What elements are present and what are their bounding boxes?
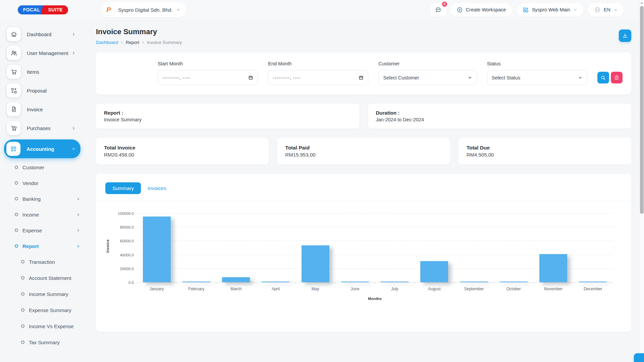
sidebar-item-label: Items [27, 69, 39, 75]
sidebar-item-label: Income [22, 212, 39, 218]
cart-icon [7, 65, 21, 79]
x-tick-label: July [375, 287, 415, 291]
customer-select[interactable]: Select Customer [378, 70, 477, 85]
sidebar-item-user-management[interactable]: User Management [4, 46, 80, 60]
bar-august[interactable] [420, 261, 448, 282]
bar-may[interactable] [302, 245, 329, 282]
report-card-label: Report : [104, 110, 352, 116]
report-card-value: Invoice Summary [104, 117, 352, 122]
tabs-divider [96, 201, 631, 201]
calendar-icon[interactable] [359, 75, 364, 80]
gridline: 0.0 [137, 282, 613, 283]
sidebar-item-proposal[interactable]: Proposal [4, 83, 80, 98]
page-header: Invoice Summary Dashboard›Report›Invoice… [96, 27, 631, 45]
sidebar-item-expense-summary[interactable]: Expense Summary [0, 305, 80, 315]
language-selector[interactable]: EN [588, 3, 624, 17]
bar-october[interactable] [500, 282, 528, 282]
sidebar-item-invoice[interactable]: Invoice [4, 102, 80, 117]
end-month-input[interactable]: ---------, ---- [268, 70, 368, 85]
sidebar-item-banking[interactable]: Banking [0, 194, 80, 204]
bullet-circle-icon [21, 324, 24, 328]
plus-circle-icon [457, 7, 463, 13]
status-select[interactable]: Select Status [487, 70, 587, 85]
workspace-selector[interactable]: P Syspro Digital Sdn. Bhd. [101, 2, 186, 17]
sidebar-item-label: Banking [22, 196, 41, 202]
search-button[interactable] [597, 72, 609, 83]
bar-june[interactable] [341, 282, 369, 282]
app-selector[interactable]: Syspro Web Main [517, 3, 584, 17]
chat-bubble-icon [435, 6, 442, 13]
bar-december[interactable] [579, 282, 607, 282]
reset-button[interactable] [611, 72, 623, 83]
chevron-down-icon [468, 75, 472, 80]
bar-february[interactable] [182, 282, 210, 282]
chevron-right-icon [71, 32, 76, 37]
tab-invoices[interactable]: Invoices [146, 182, 167, 194]
page-title: Invoice Summary [96, 27, 631, 36]
sidebar-item-tax-summary[interactable]: Tax Summary [0, 337, 80, 347]
calendar-icon[interactable] [248, 75, 253, 80]
sidebar-item-label: Expense [22, 228, 42, 233]
y-tick-label: 60000.0 [120, 239, 134, 243]
bar-september[interactable] [460, 282, 488, 282]
sidebar-item-accounting[interactable]: Accounting [4, 139, 80, 158]
sidebar-item-label: Transaction [29, 259, 55, 265]
y-tick-label: 80000.0 [120, 225, 134, 229]
breadcrumb-dashboard[interactable]: Dashboard [96, 40, 118, 45]
sidebar-item-account-statement[interactable]: Account Statement [0, 273, 80, 283]
bar-april[interactable] [262, 282, 289, 282]
sidebar-item-label: Purchases [27, 125, 51, 131]
sidebar-item-items[interactable]: Items [4, 64, 80, 79]
workspace-avatar: P [103, 4, 115, 16]
sidebar-item-label: Account Statement [29, 275, 71, 281]
sidebar-item-purchases[interactable]: Purchases [4, 121, 80, 135]
download-button[interactable] [619, 29, 631, 42]
bullet-circle-icon [15, 181, 18, 185]
sidebar-item-income-summary[interactable]: Income Summary [0, 289, 80, 299]
bar-november[interactable] [539, 254, 567, 282]
status-field: Status Select Status [487, 61, 587, 85]
scrollbar-thumb[interactable] [640, 6, 644, 214]
start-month-label: Start Month [158, 61, 258, 66]
chevron-right-icon [76, 197, 80, 201]
info-cards: Report : Invoice Summary Duration : Jan-… [96, 104, 631, 129]
purchases-cart-icon [7, 121, 21, 135]
scrollbar-up-arrow[interactable]: ▲ [639, 0, 644, 4]
sidebar-item-report[interactable]: Report [0, 241, 80, 251]
sidebar-item-vendor[interactable]: Vendor [0, 178, 80, 188]
bar-march[interactable] [222, 277, 250, 282]
sidebar-item-label: Proposal [27, 88, 47, 94]
sidebar-item-expense[interactable]: Expense [0, 225, 80, 235]
chevron-right-icon [71, 51, 76, 55]
tab-summary[interactable]: Summary [105, 182, 141, 194]
messages-button[interactable]: 0 [430, 3, 446, 17]
total-label: Total Due [467, 145, 623, 151]
x-tick-label: February [176, 287, 216, 291]
create-workspace-button[interactable]: Create Workspace [450, 3, 512, 17]
sidebar-item-customer[interactable]: Customer [0, 162, 80, 172]
totals-row: Total InvoiceRM20.458,00Total PaidRM15.9… [96, 138, 631, 165]
filter-panel: Start Month ---------, ---- End Month --… [96, 52, 631, 95]
bar-july[interactable] [381, 282, 409, 282]
start-month-input[interactable]: ---------, ---- [158, 70, 258, 85]
bars-layer [137, 213, 613, 282]
chevron-right-icon [76, 213, 80, 217]
breadcrumb-report[interactable]: Report [126, 40, 140, 45]
chart-x-labels: JanuaryFebruaryMarchAprilMayJuneJulyAugu… [137, 287, 613, 291]
total-value: RM4.505,00 [467, 152, 623, 158]
customer-field: Customer Select Customer [378, 61, 477, 85]
sidebar-item-income-vs-expense[interactable]: Income Vs Expense [0, 321, 80, 331]
sidebar-item-dashboard[interactable]: Dashboard [4, 27, 80, 42]
vertical-scrollbar[interactable]: ▲ [639, 0, 644, 362]
report-card: Report : Invoice Summary [96, 104, 360, 129]
bar-january[interactable] [143, 217, 171, 282]
sidebar-item-transaction[interactable]: Transaction [0, 257, 80, 267]
chevron-right-icon [71, 126, 76, 130]
corner-floating-button[interactable] [634, 353, 644, 362]
chart-x-axis-title: Months [137, 297, 613, 301]
sidebar-item-income[interactable]: Income [0, 209, 80, 220]
chart-y-axis-title: Invoice [106, 248, 110, 253]
x-tick-label: September [454, 287, 494, 291]
bullet-circle-icon [21, 260, 24, 263]
workspace-name: Syspro Digital Sdn. Bhd. [118, 7, 173, 13]
